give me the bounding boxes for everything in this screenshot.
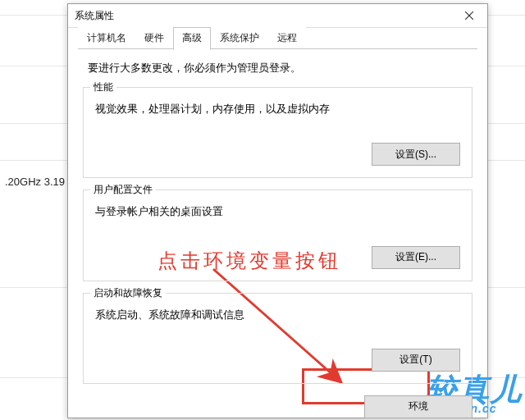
- dialog-body: 要进行大多数更改，你必须作为管理员登录。 性能 视觉效果，处理器计划，内存使用，…: [83, 48, 472, 418]
- legend-user-profile: 用户配置文件: [90, 183, 156, 197]
- close-button[interactable]: [451, 4, 487, 27]
- legend-startup-recovery: 启动和故障恢复: [90, 286, 166, 300]
- titlebar: 系统属性: [68, 4, 487, 28]
- desc-user-profile: 与登录帐户相关的桌面设置: [95, 203, 460, 221]
- admin-intro-text: 要进行大多数更改，你必须作为管理员登录。: [88, 62, 472, 75]
- tab-advanced[interactable]: 高级: [173, 27, 211, 50]
- tab-strip: 计算机名 硬件 高级 系统保护 远程: [68, 28, 487, 49]
- desc-startup-recovery: 系统启动、系统故障和调试信息: [95, 307, 460, 324]
- group-user-profile: 用户配置文件 与登录帐户相关的桌面设置 设置(E)...: [83, 189, 472, 281]
- user-profile-settings-button[interactable]: 设置(E)...: [372, 246, 460, 269]
- window-title: 系统属性: [68, 9, 114, 23]
- group-startup-recovery: 启动和故障恢复 系统启动、系统故障和调试信息 设置(T): [83, 293, 472, 384]
- tab-remote[interactable]: 远程: [268, 27, 306, 50]
- system-properties-dialog: 系统属性 计算机名 硬件 高级 系统保护 远程 要进行大多数更改，你必须作为管理…: [67, 3, 488, 418]
- background-cpu-text: .20GHz 3.19: [5, 176, 65, 188]
- tab-system-protection[interactable]: 系统保护: [211, 27, 268, 50]
- startup-recovery-settings-button[interactable]: 设置(T): [372, 349, 460, 372]
- legend-performance: 性能: [90, 80, 116, 94]
- performance-settings-button[interactable]: 设置(S)...: [372, 143, 460, 166]
- close-icon: [465, 11, 473, 20]
- desc-performance: 视觉效果，处理器计划，内存使用，以及虚拟内存: [95, 101, 460, 118]
- environment-variables-button[interactable]: 环境: [364, 395, 472, 418]
- tab-computer-name[interactable]: 计算机名: [78, 27, 135, 50]
- group-performance: 性能 视觉效果，处理器计划，内存使用，以及虚拟内存 设置(S)...: [83, 87, 472, 178]
- tab-hardware[interactable]: 硬件: [135, 27, 173, 50]
